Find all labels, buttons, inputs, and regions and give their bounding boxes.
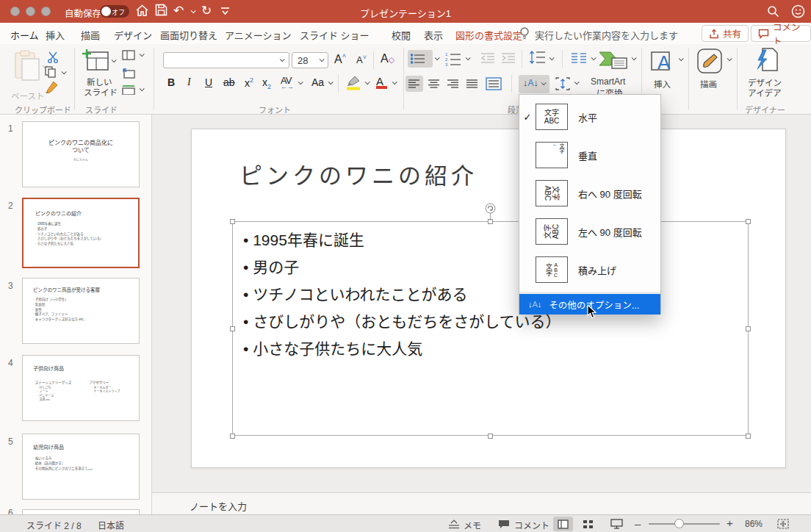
strikethrough-button[interactable]: ab — [223, 76, 235, 88]
slide-canvas[interactable]: ピンクのワニの紹介 1995年春に誕生男の子ツチノコといわれたことがあるさびしが… — [191, 129, 786, 468]
draw-icon[interactable] — [696, 48, 724, 76]
menu-item-vertical[interactable]: ✓ 文字 ↓ 垂直 — [519, 136, 660, 174]
menu-item-rotate-left-90[interactable]: ✓ 文字ABC 左へ 90 度回転 — [519, 212, 660, 251]
clear-formatting-button[interactable]: A◇ — [381, 52, 394, 65]
slide-title-text[interactable]: ピンクのワニの紹介 — [239, 157, 477, 190]
toolbar-overflow-icon[interactable] — [220, 7, 230, 15]
slide-thumbnail-1[interactable]: ピンクのワニの商品化について わにちゃん — [22, 121, 140, 187]
distribute-text-button[interactable] — [486, 77, 502, 90]
tab-shape-format[interactable]: 図形の書式設定 — [455, 28, 522, 42]
slide-thumbnail-3[interactable]: ピンクのワニ商品が受ける客層 子供向け（〜小学生）乳幼児女性親子ペア、ファミリー… — [22, 278, 140, 344]
insert-chevron-icon[interactable] — [679, 56, 684, 61]
slide-bullet-list[interactable]: 1995年春に誕生男の子ツチノコといわれたことがあるさびしがりや（おともだちをさ… — [243, 226, 772, 362]
zoom-slider-thumb[interactable] — [674, 519, 684, 528]
format-painter-icon[interactable] — [45, 81, 58, 94]
section-chevron-icon[interactable] — [140, 86, 145, 91]
tell-me-search[interactable]: 実行したい作業内容を入力します — [535, 28, 678, 42]
search-icon[interactable] — [767, 5, 779, 18]
spacing-chevron-icon[interactable] — [298, 79, 303, 85]
save-icon[interactable] — [155, 4, 167, 16]
slide-layout-icon[interactable] — [122, 50, 135, 60]
tab-home[interactable]: ホーム — [10, 28, 39, 42]
columns-button[interactable] — [572, 52, 586, 64]
superscript-button[interactable]: x2 — [245, 76, 253, 89]
numbering-chevron-icon[interactable] — [466, 55, 471, 60]
vertical-align-chevron-icon[interactable] — [574, 79, 580, 85]
resize-handle-sw[interactable] — [230, 434, 235, 439]
undo-chevron-icon[interactable] — [191, 8, 196, 13]
account-smiley-icon[interactable] — [791, 4, 805, 18]
comments-toggle-icon[interactable] — [498, 520, 510, 529]
autosave-toggle[interactable]: オフ — [100, 5, 129, 18]
font-color-chevron-icon[interactable] — [392, 79, 397, 85]
tab-review[interactable]: 校閲 — [392, 28, 411, 42]
resize-handle-e[interactable] — [746, 326, 751, 331]
zoom-slider-track[interactable] — [649, 523, 720, 525]
design-ideas-icon[interactable] — [754, 47, 780, 73]
zoom-window-button[interactable] — [41, 7, 51, 16]
paste-button[interactable] — [13, 50, 41, 82]
close-window-button[interactable] — [10, 7, 20, 16]
font-color-button[interactable]: A — [376, 75, 387, 89]
case-chevron-icon[interactable] — [328, 79, 334, 85]
grow-font-button[interactable]: A˄ — [334, 52, 346, 66]
smartart-chevron-icon[interactable] — [632, 55, 637, 60]
shrink-font-button[interactable]: A˅ — [356, 54, 367, 65]
smartart-icon[interactable] — [599, 49, 628, 71]
undo-icon[interactable]: ↶ — [173, 3, 184, 18]
copy-icon[interactable] — [45, 66, 57, 78]
underline-button[interactable]: U — [205, 76, 212, 88]
align-right-button[interactable] — [447, 79, 458, 88]
line-spacing-button[interactable] — [529, 51, 545, 64]
resize-handle-w[interactable] — [230, 326, 235, 331]
resize-handle-se[interactable] — [746, 434, 751, 439]
normal-view-button[interactable] — [553, 517, 573, 531]
home-icon[interactable] — [135, 4, 149, 18]
vertical-align-button[interactable] — [555, 77, 570, 90]
draw-chevron-icon[interactable] — [727, 56, 732, 61]
change-case-button[interactable]: Aa — [311, 76, 324, 88]
tab-transitions[interactable]: 画面切り替え — [160, 28, 217, 42]
insert-textbox-icon[interactable]: A — [651, 49, 674, 73]
zoom-out-button[interactable]: – — [635, 517, 641, 530]
resize-handle-ne[interactable] — [746, 219, 751, 224]
italic-button[interactable]: I — [187, 76, 191, 88]
layout-chevron-icon[interactable] — [140, 51, 145, 57]
minimize-window-button[interactable] — [26, 7, 35, 16]
language-indicator[interactable]: 日本語 — [98, 519, 124, 531]
resize-handle-s[interactable] — [488, 434, 493, 439]
slide-thumbnail-5[interactable]: 幼児向け商品 ぬいぐるみ絵本（読み聞かす）その他玩具にピンクのワニを添えて。。。 — [22, 434, 140, 500]
slide-thumbnail-2[interactable]: ピンクのワニの紹介 1995年春に誕生男の子ツチノコといわれたことがあるさびしが… — [22, 198, 140, 268]
bold-button[interactable]: B — [167, 76, 175, 88]
menu-item-rotate-right-90[interactable]: ✓ 文字ABC 右へ 90 度回転 — [519, 174, 660, 212]
section-icon[interactable] — [122, 85, 135, 95]
text-direction-button[interactable]: ↓A↓ — [519, 75, 549, 93]
numbering-button[interactable]: 123 — [445, 51, 461, 66]
increase-indent-icon[interactable] — [502, 53, 515, 63]
resize-handle-nw[interactable] — [230, 219, 235, 224]
highlight-color-button[interactable] — [345, 75, 361, 90]
notes-toggle-icon[interactable] — [448, 520, 460, 529]
slide-thumbnail-4[interactable]: 子供向け商品 ステーショナリーグッズ けしごむノートペンケース文具 etc アク… — [22, 355, 140, 421]
tab-design[interactable]: デザイン — [114, 28, 152, 42]
fit-slide-to-window-icon[interactable] — [777, 519, 789, 529]
character-spacing-button[interactable]: AV←→ — [281, 75, 294, 90]
menu-item-stacked[interactable]: ✓ 文字 ABC 積み上げ — [519, 251, 660, 289]
menu-item-horizontal[interactable]: ✓ 文字ABC 水平 — [519, 98, 660, 136]
tab-view[interactable]: 表示 — [424, 28, 443, 42]
justify-button[interactable] — [466, 79, 477, 88]
bullets-chevron-icon[interactable] — [435, 55, 440, 60]
tab-animations[interactable]: アニメーション — [225, 28, 291, 42]
align-left-button[interactable] — [406, 76, 423, 92]
tab-draw[interactable]: 描画 — [81, 28, 100, 42]
font-name-combobox[interactable] — [163, 52, 289, 68]
tab-insert[interactable]: 挿入 — [46, 28, 65, 42]
zoom-in-button[interactable]: + — [727, 517, 733, 529]
notes-toggle-label[interactable]: メモ — [464, 519, 481, 531]
columns-chevron-icon[interactable] — [591, 55, 596, 60]
slideshow-view-icon[interactable] — [610, 519, 623, 529]
line-spacing-chevron-icon[interactable] — [549, 55, 555, 60]
rotate-handle[interactable] — [485, 203, 496, 214]
copy-chevron-icon[interactable] — [62, 69, 67, 74]
new-slide-button[interactable] — [82, 49, 109, 71]
